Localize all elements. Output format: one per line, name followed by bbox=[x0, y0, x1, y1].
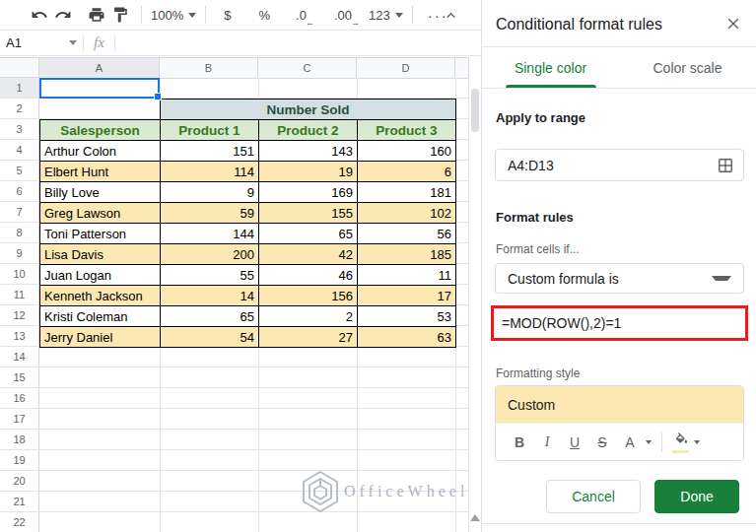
column-header-partial[interactable] bbox=[455, 58, 469, 79]
column-header-A[interactable]: A bbox=[39, 58, 160, 79]
cancel-button[interactable]: Cancel bbox=[546, 480, 641, 513]
undo-icon[interactable] bbox=[28, 3, 51, 27]
value-cell[interactable]: 42 bbox=[259, 244, 358, 265]
salesperson-cell[interactable]: Toni Patterson bbox=[40, 224, 161, 244]
paint-format-icon[interactable] bbox=[108, 3, 132, 27]
row-header-22[interactable]: 22 bbox=[0, 512, 39, 532]
name-box[interactable]: A1 bbox=[0, 35, 83, 50]
table-title-cell[interactable]: Number Sold bbox=[161, 100, 456, 120]
column-header-D[interactable]: D bbox=[357, 58, 455, 79]
row-header-20[interactable]: 20 bbox=[0, 471, 39, 492]
row-header-16[interactable]: 16 bbox=[0, 388, 39, 409]
value-cell[interactable]: 200 bbox=[161, 244, 259, 265]
value-cell[interactable]: 14 bbox=[161, 286, 259, 306]
salesperson-cell[interactable]: Jerry Daniel bbox=[40, 327, 161, 348]
salesperson-cell[interactable]: Arthur Colon bbox=[40, 141, 161, 162]
format-currency-button[interactable]: $ bbox=[224, 8, 231, 23]
value-cell[interactable]: 102 bbox=[358, 203, 456, 224]
print-icon[interactable] bbox=[85, 3, 108, 27]
format-percent-button[interactable]: % bbox=[258, 8, 270, 23]
row-header-7[interactable]: 7 bbox=[0, 202, 39, 223]
italic-button[interactable]: I bbox=[535, 431, 559, 454]
value-cell[interactable]: 59 bbox=[161, 203, 259, 224]
value-cell[interactable]: 27 bbox=[259, 327, 358, 348]
salesperson-cell[interactable]: Elbert Hunt bbox=[40, 162, 161, 182]
empty-cell[interactable] bbox=[40, 100, 161, 120]
increase-decimal-button[interactable]: .00 → bbox=[334, 8, 352, 23]
row-header-10[interactable]: 10 bbox=[0, 264, 39, 285]
value-cell[interactable]: 185 bbox=[358, 244, 456, 265]
row-header-17[interactable]: 17 bbox=[0, 409, 39, 430]
salesperson-cell[interactable]: Billy Love bbox=[40, 182, 161, 203]
custom-formula-input[interactable] bbox=[494, 314, 745, 332]
value-cell[interactable]: 55 bbox=[161, 265, 259, 286]
select-range-icon[interactable] bbox=[718, 158, 733, 173]
row-header-8[interactable]: 8 bbox=[0, 223, 39, 243]
value-cell[interactable]: 155 bbox=[259, 203, 358, 224]
scroll-arrow-icon[interactable] bbox=[470, 514, 480, 521]
row-header-15[interactable]: 15 bbox=[0, 367, 39, 388]
value-cell[interactable]: 160 bbox=[358, 141, 456, 162]
salesperson-cell[interactable]: Kenneth Jackson bbox=[40, 286, 161, 306]
row-header-21[interactable]: 21 bbox=[0, 492, 39, 512]
underline-button[interactable]: U bbox=[563, 431, 586, 454]
salesperson-cell[interactable]: Juan Logan bbox=[40, 265, 161, 286]
value-cell[interactable]: 114 bbox=[161, 162, 259, 182]
bold-button[interactable]: B bbox=[508, 431, 531, 454]
table-header-cell[interactable]: Product 2 bbox=[259, 120, 358, 141]
salesperson-cell[interactable]: Lisa Davis bbox=[40, 244, 161, 265]
value-cell[interactable]: 56 bbox=[358, 224, 456, 244]
value-cell[interactable]: 53 bbox=[358, 306, 456, 327]
strikethrough-button[interactable]: S bbox=[590, 431, 614, 454]
row-header-4[interactable]: 4 bbox=[0, 140, 39, 161]
collapse-toolbar-icon[interactable] bbox=[443, 7, 459, 28]
sheet-grid[interactable]: Number SoldSalespersonProduct 1Product 2… bbox=[0, 78, 469, 532]
row-header-1[interactable]: 1 bbox=[0, 78, 39, 99]
value-cell[interactable]: 169 bbox=[259, 182, 358, 203]
value-cell[interactable]: 11 bbox=[358, 265, 456, 286]
selected-cell-outline[interactable] bbox=[39, 78, 160, 99]
value-cell[interactable]: 19 bbox=[259, 162, 358, 182]
done-button[interactable]: Done bbox=[654, 480, 739, 513]
value-cell[interactable]: 54 bbox=[161, 327, 259, 348]
value-cell[interactable]: 17 bbox=[358, 286, 456, 306]
decrease-decimal-button[interactable]: .0 ← bbox=[296, 8, 307, 23]
row-header-3[interactable]: 3 bbox=[0, 119, 39, 140]
redo-icon[interactable] bbox=[51, 3, 75, 27]
range-input[interactable] bbox=[496, 158, 718, 173]
fill-color-button[interactable] bbox=[670, 431, 692, 454]
row-header-5[interactable]: 5 bbox=[0, 161, 39, 181]
corner-select-all[interactable] bbox=[0, 58, 39, 78]
value-cell[interactable]: 143 bbox=[259, 141, 358, 162]
row-header-13[interactable]: 13 bbox=[0, 326, 39, 347]
column-header-B[interactable]: B bbox=[160, 58, 258, 79]
value-cell[interactable]: 9 bbox=[161, 182, 259, 203]
value-cell[interactable]: 181 bbox=[358, 182, 456, 203]
row-header-18[interactable]: 18 bbox=[0, 430, 39, 450]
table-header-cell[interactable]: Product 1 bbox=[161, 120, 259, 141]
column-header-C[interactable]: C bbox=[258, 58, 357, 79]
scrollbar-thumb[interactable] bbox=[471, 89, 479, 132]
value-cell[interactable]: 65 bbox=[161, 306, 259, 327]
salesperson-cell[interactable]: Greg Lawson bbox=[40, 203, 161, 224]
row-header-2[interactable]: 2 bbox=[0, 99, 39, 119]
salesperson-cell[interactable]: Kristi Coleman bbox=[40, 306, 161, 327]
row-header-14[interactable]: 14 bbox=[0, 347, 39, 367]
value-cell[interactable]: 151 bbox=[161, 141, 259, 162]
value-cell[interactable]: 63 bbox=[358, 327, 456, 348]
row-header-11[interactable]: 11 bbox=[0, 285, 39, 305]
row-header-12[interactable]: 12 bbox=[0, 305, 39, 326]
value-cell[interactable]: 46 bbox=[259, 265, 358, 286]
zoom-selector[interactable]: 100% bbox=[151, 8, 196, 23]
vertical-scrollbar[interactable] bbox=[469, 57, 481, 532]
row-header-9[interactable]: 9 bbox=[0, 243, 39, 264]
value-cell[interactable]: 6 bbox=[358, 162, 456, 182]
close-icon[interactable] bbox=[724, 15, 744, 34]
table-header-cell[interactable]: Product 3 bbox=[358, 120, 456, 141]
text-color-button[interactable]: A bbox=[618, 431, 642, 454]
value-cell[interactable]: 2 bbox=[259, 306, 358, 327]
row-header-19[interactable]: 19 bbox=[0, 450, 39, 471]
table-header-cell[interactable]: Salesperson bbox=[40, 120, 161, 141]
row-header-6[interactable]: 6 bbox=[0, 181, 39, 202]
tab-single-color[interactable]: Single color bbox=[482, 47, 619, 88]
